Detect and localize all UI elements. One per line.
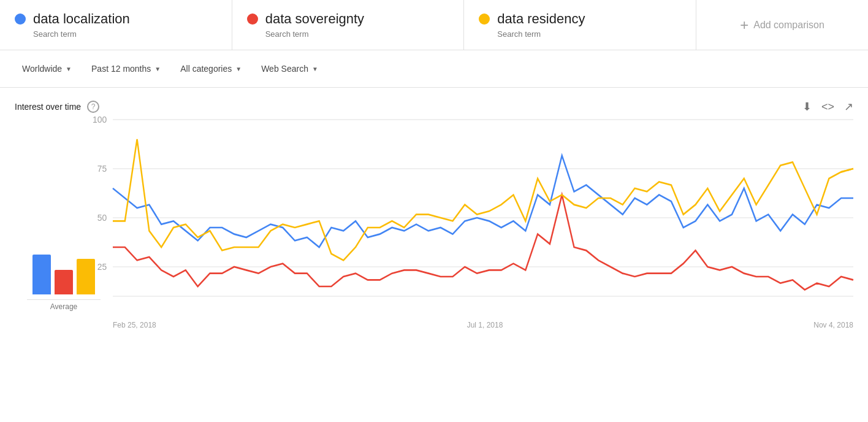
term-type-sovereignty: Search term: [247, 29, 449, 39]
location-label: Worldwide: [22, 64, 62, 74]
avg-bar-residency: [77, 259, 95, 294]
trend-chart: 100 75 50 25: [113, 120, 853, 316]
search-type-label: Web Search: [261, 64, 308, 74]
filters-row: Worldwide ▼ Past 12 months ▼ All categor…: [0, 50, 868, 88]
term-name-sovereignty: data sovereignty: [265, 11, 364, 27]
location-filter[interactable]: Worldwide ▼: [15, 59, 79, 79]
dot-residency: [479, 13, 490, 25]
chart-actions: ⬇ <> ↗: [802, 100, 853, 113]
svg-text:50: 50: [97, 213, 107, 223]
x-label-jul: Jul 1, 2018: [467, 321, 503, 329]
svg-text:75: 75: [97, 164, 107, 174]
svg-text:100: 100: [93, 115, 107, 125]
period-filter[interactable]: Past 12 months ▼: [84, 59, 168, 79]
interest-title: Interest over time: [15, 102, 81, 112]
chart-container: Average 100 75 50 25: [15, 120, 853, 329]
x-label-nov: Nov 4, 2018: [813, 321, 853, 329]
x-label-feb: Feb 25, 2018: [113, 321, 156, 329]
term-type-residency: Search term: [479, 29, 681, 39]
add-comparison-label: Add comparison: [753, 20, 824, 31]
interest-section: Interest over time ? ⬇ <> ↗ Average: [0, 88, 868, 329]
categories-filter[interactable]: All categories ▼: [173, 59, 249, 79]
search-term-localization[interactable]: data localization Search term: [0, 0, 232, 50]
term-type-localization: Search term: [15, 29, 217, 39]
term-name-localization: data localization: [33, 11, 130, 27]
add-comparison-button[interactable]: + Add comparison: [696, 0, 868, 50]
plus-icon: +: [740, 17, 748, 34]
interest-header: Interest over time ? ⬇ <> ↗: [15, 100, 853, 113]
search-type-filter[interactable]: Web Search ▼: [254, 59, 326, 79]
line-localization: [113, 156, 853, 247]
line-sovereignty: [113, 195, 853, 290]
avg-bar-sovereignty: [55, 270, 73, 294]
avg-label: Average: [27, 299, 101, 311]
download-icon[interactable]: ⬇: [802, 100, 812, 113]
period-label: Past 12 months: [91, 64, 151, 74]
search-type-chevron-icon: ▼: [312, 66, 318, 72]
search-terms-row: data localization Search term data sover…: [0, 0, 868, 50]
help-icon[interactable]: ?: [87, 101, 99, 113]
location-chevron-icon: ▼: [66, 66, 72, 72]
term-name-residency: data residency: [497, 11, 585, 27]
x-labels: Feb 25, 2018 Jul 1, 2018 Nov 4, 2018: [113, 318, 853, 329]
categories-label: All categories: [180, 64, 232, 74]
average-section: Average: [15, 120, 113, 329]
share-icon[interactable]: ↗: [844, 100, 853, 113]
line-residency: [113, 139, 853, 260]
period-chevron-icon: ▼: [154, 66, 161, 72]
dot-sovereignty: [247, 13, 258, 25]
avg-bar-localization: [32, 255, 51, 294]
svg-text:25: 25: [97, 262, 107, 272]
search-term-residency[interactable]: data residency Search term: [464, 0, 696, 50]
avg-bars: [32, 245, 95, 294]
embed-icon[interactable]: <>: [821, 101, 834, 113]
categories-chevron-icon: ▼: [235, 66, 242, 72]
chart-area: 100 75 50 25 Feb 25, 2018 Jul 1, 2018 No…: [113, 120, 853, 329]
search-term-sovereignty[interactable]: data sovereignty Search term: [232, 0, 465, 50]
dot-localization: [15, 13, 26, 25]
